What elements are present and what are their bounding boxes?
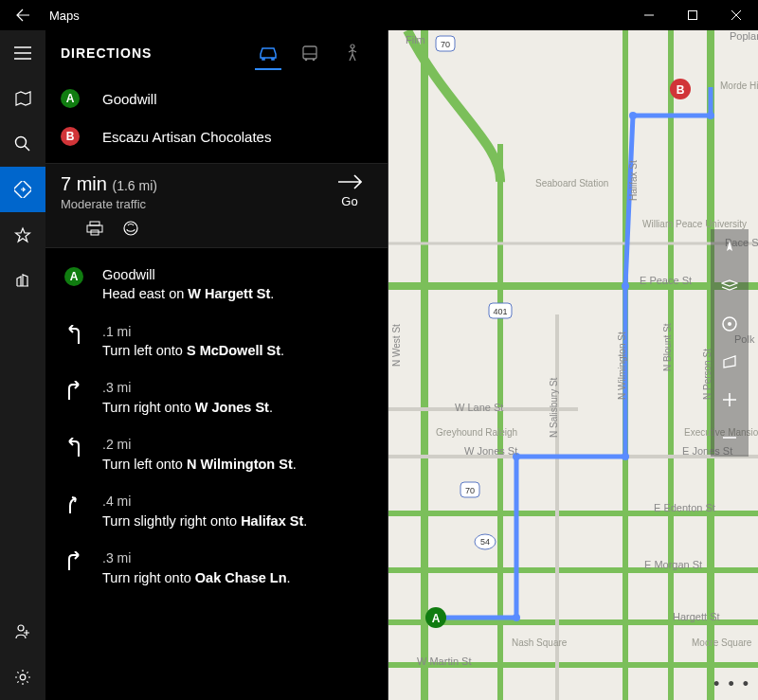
- svg-text:E Edenton St: E Edenton St: [654, 502, 715, 513]
- svg-text:William Peace University: William Peace University: [642, 219, 747, 229]
- menu-icon: [14, 46, 31, 60]
- svg-text:W Lane St: W Lane St: [455, 402, 503, 413]
- favorites-button[interactable]: [0, 212, 45, 258]
- bus-icon: [300, 45, 319, 62]
- svg-text:Nash Square: Nash Square: [512, 637, 568, 648]
- step-item[interactable]: .1 miTurn left onto S McDowell St.: [61, 314, 372, 370]
- endpoints: A Goodwill B Escazu Artisan Chocolates: [45, 76, 388, 163]
- svg-text:Film: Film: [406, 34, 425, 45]
- svg-text:N West St: N West St: [391, 324, 402, 367]
- turn-left-icon: [61, 323, 87, 361]
- step-text: GoodwillHead east on W Hargett St.: [87, 265, 372, 304]
- more-button[interactable]: • • •: [713, 674, 750, 694]
- back-button[interactable]: [0, 0, 45, 30]
- map-layers-button[interactable]: [711, 267, 749, 305]
- svg-text:54: 54: [480, 537, 490, 547]
- rotate-button[interactable]: [711, 305, 749, 343]
- marker-a-icon: A: [61, 89, 80, 108]
- end-label: Escazu Artisan Chocolates: [102, 129, 271, 145]
- turn-left-icon: [61, 436, 87, 474]
- step-item[interactable]: AGoodwillHead east on W Hargett St.: [61, 256, 372, 314]
- app-title: Maps: [45, 9, 627, 23]
- svg-rect-7: [303, 46, 316, 59]
- city-icon: [14, 272, 31, 289]
- step-item[interactable]: .4 miTurn slightly right onto Halifax St…: [61, 483, 372, 540]
- locate-me-button[interactable]: [711, 229, 749, 267]
- svg-text:Hargett St: Hargett St: [673, 611, 720, 622]
- svg-point-34: [622, 282, 629, 290]
- svg-point-35: [629, 112, 637, 119]
- svg-text:Poplar: Poplar: [730, 30, 758, 42]
- print-button[interactable]: [85, 219, 104, 238]
- directions-icon: [14, 181, 31, 198]
- route-summary: 7 min (1.6 mi) Moderate traffic Go: [45, 163, 388, 248]
- maximize-button[interactable]: [671, 0, 714, 30]
- svg-text:W Martin St: W Martin St: [417, 655, 471, 667]
- mode-transit[interactable]: [289, 32, 331, 74]
- account-button[interactable]: [0, 609, 45, 655]
- step-item[interactable]: .2 miTurn left onto N Wilmington St.: [61, 426, 372, 483]
- step-list[interactable]: AGoodwillHead east on W Hargett St..1 mi…: [45, 248, 388, 700]
- panel-header: DIRECTIONS: [45, 30, 388, 76]
- time-value: 7 min: [61, 173, 107, 194]
- print-icon: [86, 221, 103, 236]
- go-button[interactable]: Go: [327, 173, 372, 208]
- compass-icon: [721, 315, 738, 332]
- map-view-button[interactable]: [0, 76, 45, 121]
- map-tools: [711, 229, 749, 457]
- minimize-icon: [644, 10, 654, 20]
- gear-icon: [14, 669, 31, 686]
- share-button[interactable]: [121, 219, 140, 238]
- turn-right-icon: [61, 379, 87, 417]
- svg-text:Moore Square: Moore Square: [692, 637, 752, 648]
- zoom-out-button[interactable]: [711, 419, 749, 457]
- svg-text:A: A: [432, 612, 441, 625]
- step-text: .3 miTurn right onto W Jones St.: [87, 379, 372, 417]
- settings-button[interactable]: [0, 655, 45, 700]
- locate-icon: [721, 240, 738, 257]
- tilt-button[interactable]: [711, 343, 749, 381]
- distance-value: (1.6 mi): [112, 178, 156, 193]
- svg-point-75: [728, 322, 731, 326]
- svg-text:401: 401: [493, 307, 507, 316]
- slight-right-icon: [61, 493, 87, 530]
- step-text: .3 miTurn right onto Oak Chase Ln.: [87, 549, 372, 587]
- svg-point-11: [351, 45, 354, 48]
- start-point[interactable]: A Goodwill: [61, 80, 372, 117]
- 3d-cities-button[interactable]: [0, 258, 45, 303]
- go-label: Go: [341, 194, 357, 208]
- mode-walk[interactable]: [331, 32, 372, 74]
- arrow-right-icon: [337, 173, 362, 190]
- mode-drive[interactable]: [247, 32, 289, 74]
- map-canvas[interactable]: A B Poplar Pace St E Peace St Polk W Lan…: [388, 30, 758, 700]
- minimize-button[interactable]: [627, 0, 671, 30]
- map-area[interactable]: A B Poplar Pace St E Peace St Polk W Lan…: [388, 30, 758, 700]
- hamburger-button[interactable]: [0, 30, 45, 76]
- step-item[interactable]: .3 miTurn right onto Oak Chase Ln.: [61, 540, 372, 597]
- svg-text:E Morgan St: E Morgan St: [644, 559, 702, 570]
- close-icon: [731, 10, 741, 20]
- close-button[interactable]: [714, 0, 758, 30]
- step-item[interactable]: .3 miTurn right onto W Jones St.: [61, 369, 372, 426]
- nav-rail: [0, 30, 45, 700]
- traffic-status: Moderate traffic: [61, 197, 327, 211]
- svg-text:Morde Historic: Morde Historic: [720, 81, 758, 91]
- search-button[interactable]: [0, 121, 45, 167]
- svg-point-5: [18, 625, 24, 631]
- svg-text:N Salisbury St: N Salisbury St: [549, 377, 559, 438]
- svg-line-3: [25, 146, 29, 151]
- start-label: Goodwill: [102, 91, 157, 107]
- end-point[interactable]: B Escazu Artisan Chocolates: [61, 117, 372, 155]
- svg-text:W Jones St: W Jones St: [464, 445, 517, 457]
- svg-text:N Wilmington St: N Wilmington St: [617, 332, 627, 400]
- directions-button[interactable]: [0, 167, 45, 212]
- zoom-in-button[interactable]: [711, 381, 749, 419]
- svg-text:B: B: [677, 83, 685, 97]
- svg-point-6: [20, 674, 26, 680]
- plus-icon: [722, 392, 737, 407]
- svg-text:70: 70: [465, 486, 475, 495]
- share-icon: [122, 220, 139, 237]
- turn-right-icon: [61, 549, 87, 587]
- marker-a-icon: A: [61, 265, 87, 304]
- svg-rect-12: [90, 222, 99, 225]
